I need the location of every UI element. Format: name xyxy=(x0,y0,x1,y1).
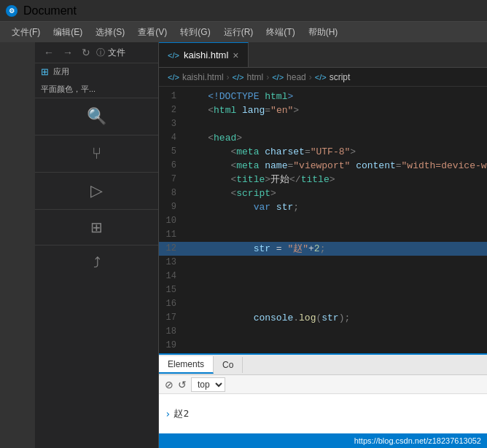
line-number: 10 xyxy=(159,214,185,228)
line-content xyxy=(185,256,478,270)
apps-sublabel: 平面颜色，平... xyxy=(35,80,158,98)
code-line: 11 xyxy=(159,228,487,242)
line-number: 14 xyxy=(159,270,185,283)
frame-selector[interactable]: top xyxy=(191,377,225,392)
apps-section: ⊞ 应用 xyxy=(35,63,158,80)
extensions-large-icon: ⊞ xyxy=(90,219,103,236)
menu-bar: 文件(F)编辑(E)选择(S)查看(V)转到(G)运行(R)终端(T)帮助(H) xyxy=(0,22,487,42)
code-line: 6 <meta name="viewport" content="width=d… xyxy=(159,159,487,173)
browser-nav: ← → ↻ ⓘ 文件 xyxy=(35,42,158,63)
location-label: 文件 xyxy=(108,47,125,59)
line-content: <title>开始</title> xyxy=(185,173,478,186)
breadcrumb-item[interactable]: kaishi.html xyxy=(182,72,224,82)
breadcrumb-separator: › xyxy=(227,72,230,82)
menu-item[interactable]: 选择(S) xyxy=(90,25,130,40)
line-content xyxy=(185,117,478,131)
line-content xyxy=(185,325,478,339)
line-number: 16 xyxy=(159,297,185,311)
forward-button[interactable]: → xyxy=(60,45,76,60)
menu-item[interactable]: 转到(G) xyxy=(174,25,216,40)
active-editor-tab[interactable]: </> kaishi.html × xyxy=(159,42,249,67)
code-line: 2 <html lang="en"> xyxy=(159,103,487,117)
activity-bar xyxy=(0,42,35,448)
code-line: 15 xyxy=(159,283,487,297)
line-content xyxy=(185,270,478,283)
search-area: 🔍 xyxy=(35,98,158,135)
line-content: <head> xyxy=(185,131,478,145)
window-title: Document xyxy=(23,4,77,17)
menu-item[interactable]: 帮助(H) xyxy=(303,25,344,40)
tab-filename: kaishi.html xyxy=(184,50,228,60)
back-button[interactable]: ← xyxy=(41,45,57,60)
line-number: 7 xyxy=(159,173,185,186)
code-line: 16 xyxy=(159,297,487,311)
tab-close-button[interactable]: × xyxy=(233,50,238,61)
refresh-button[interactable]: ↻ xyxy=(79,45,93,60)
line-number: 8 xyxy=(159,186,185,200)
line-content xyxy=(185,214,478,228)
menu-item[interactable]: 查看(V) xyxy=(132,25,173,40)
run-large-icon: ▷ xyxy=(90,181,103,200)
run-area: ▷ xyxy=(35,173,158,210)
line-number: 19 xyxy=(159,339,185,353)
breadcrumb-item[interactable]: html xyxy=(247,72,264,82)
line-number: 2 xyxy=(159,103,185,117)
line-number: 6 xyxy=(159,159,185,173)
code-line: 9 var str; xyxy=(159,200,487,214)
menu-item[interactable]: 终端(T) xyxy=(260,25,300,40)
right-panel: </> kaishi.html × </>kaishi.html›</>html… xyxy=(159,42,487,448)
tab-file-icon: </> xyxy=(168,51,179,60)
line-number: 4 xyxy=(159,131,185,145)
app-icon: ⚙ xyxy=(6,5,17,17)
code-line: 8 <script> xyxy=(159,186,487,200)
line-number: 5 xyxy=(159,145,185,159)
line-content: <meta name="viewport" content="width=dev… xyxy=(185,159,487,173)
search-large-icon: 🔍 xyxy=(87,107,106,126)
line-number: 15 xyxy=(159,283,185,297)
side-panel: ← → ↻ ⓘ 文件 ⊞ 应用 平面颜色，平... 🔍 ⑂ ▷ ⊞ xyxy=(35,42,159,448)
share-area: ⤴ xyxy=(35,245,158,280)
code-line: 12 str = "赵"+2; xyxy=(159,242,487,256)
line-content: <meta charset="UTF-8"> xyxy=(185,145,478,159)
line-number: 1 xyxy=(159,90,185,103)
menu-item[interactable]: 运行(R) xyxy=(218,25,260,40)
share-large-icon: ⤴ xyxy=(93,254,101,271)
title-bar: ⚙ Document xyxy=(0,0,487,22)
browser-devtools: Elements Co ⊘ ↺ top › 赵2 https://blog.c xyxy=(159,353,487,448)
line-number: 3 xyxy=(159,117,185,131)
menu-item[interactable]: 编辑(E) xyxy=(47,25,88,40)
apps-grid-icon: ⊞ xyxy=(41,66,49,77)
devtools-tab-bar: Elements Co xyxy=(159,355,487,375)
code-line: 10 xyxy=(159,214,487,228)
console-output-area: › 赵2 xyxy=(159,394,487,433)
line-content: str = "赵"+2; xyxy=(185,242,478,256)
breadcrumb-item[interactable]: head xyxy=(287,72,306,82)
code-line: 7 <title>开始</title> xyxy=(159,173,487,186)
devtools-forward-icon[interactable]: ↺ xyxy=(178,379,187,390)
line-content: console.log(str); xyxy=(185,311,478,325)
line-content: var str; xyxy=(185,200,478,214)
code-line: 17 console.log(str); xyxy=(159,311,487,325)
main-area: ← → ↻ ⓘ 文件 ⊞ 应用 平面颜色，平... 🔍 ⑂ ▷ ⊞ xyxy=(0,42,487,448)
elements-tab[interactable]: Elements xyxy=(159,356,214,374)
breadcrumb: </>kaishi.html›</>html›</>head›</>script xyxy=(159,68,487,87)
console-arrow-icon: › xyxy=(165,408,171,420)
code-line: 5 <meta charset="UTF-8"> xyxy=(159,145,487,159)
extensions-area: ⊞ xyxy=(35,210,158,245)
code-line: 1 <!DOCTYPE html> xyxy=(159,90,487,103)
console-tab[interactable]: Co xyxy=(214,357,243,373)
breadcrumb-icon: </> xyxy=(168,73,179,82)
code-line: 19 xyxy=(159,339,487,353)
code-line: 3 xyxy=(159,117,487,131)
editor-tab-bar: </> kaishi.html × xyxy=(159,42,487,68)
breadcrumb-icon: </> xyxy=(233,73,244,82)
apps-label: 应用 xyxy=(53,66,69,77)
editor-area: </> kaishi.html × </>kaishi.html›</>html… xyxy=(159,42,487,353)
breadcrumb-icon: </> xyxy=(315,73,327,82)
devtools-back-icon[interactable]: ⊘ xyxy=(165,379,174,390)
code-editor[interactable]: 1 <!DOCTYPE html>2 <html lang="en">3 4 <… xyxy=(159,87,487,353)
breadcrumb-separator: › xyxy=(266,72,269,82)
breadcrumb-item[interactable]: script xyxy=(330,72,351,82)
menu-item[interactable]: 文件(F) xyxy=(6,25,46,40)
code-line: 4 <head> xyxy=(159,131,487,145)
